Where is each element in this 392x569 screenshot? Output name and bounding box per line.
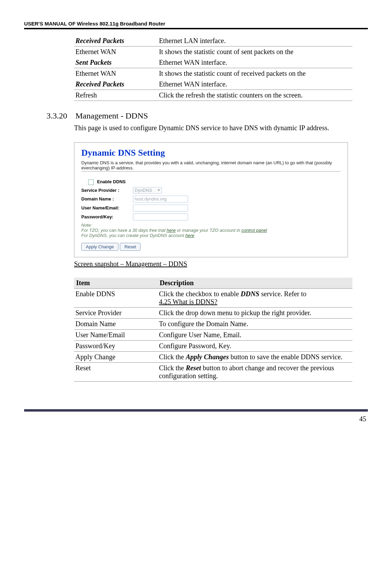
row-desc: Click the refresh the statistic counters… xyxy=(157,90,352,101)
service-provider-label: Service Provider : xyxy=(81,188,133,193)
row-desc: To configure the Domain Name. xyxy=(157,318,352,329)
row-item: Reset xyxy=(74,362,157,381)
row-desc: Click the Reset button to abort change a… xyxy=(157,362,352,381)
row-desc: Ethernet WAN interface. xyxy=(157,79,352,90)
apply-change-button[interactable]: Apply Change xyxy=(81,243,118,251)
panel-description: Dynamic DNS is a service, that provides … xyxy=(81,160,341,170)
note-heading: Note: xyxy=(81,223,341,228)
row-item: Service Provider xyxy=(74,307,157,318)
panel-rule xyxy=(81,171,341,172)
screenshot-caption: Screen snapshot – Management – DDNS xyxy=(74,260,368,268)
note-text: or manage your TZO account in xyxy=(176,228,241,233)
ddns-items-table: Item Description Enable DDNS Click the c… xyxy=(74,278,352,382)
text: button to save the enable DDNS service. xyxy=(229,353,342,361)
enable-ddns-text: Enable DDNS xyxy=(97,179,126,184)
domain-name-input[interactable]: host.dyndns.org xyxy=(133,196,188,203)
row-label: Received Packets xyxy=(75,80,124,88)
row-label: Sent Packets xyxy=(75,59,112,66)
row-item: Password/Key xyxy=(74,340,157,351)
header-rule xyxy=(24,28,368,29)
emph: DDNS xyxy=(241,290,259,298)
service-provider-select[interactable]: DynDNS xyxy=(133,187,162,194)
password-key-label: Password/Key: xyxy=(81,214,133,219)
enable-ddns-checkbox[interactable] xyxy=(88,179,94,185)
emph: Apply Changes xyxy=(186,353,229,361)
row-label: Ethernet WAN xyxy=(75,70,116,77)
username-email-input[interactable] xyxy=(133,205,188,211)
what-is-ddns-link[interactable]: 4.25 What is DDNS? xyxy=(159,298,217,306)
row-label: Ethernet WAN xyxy=(75,48,116,55)
text: Click the xyxy=(159,353,186,361)
col-header-description: Description xyxy=(157,278,352,289)
page-number: 45 xyxy=(24,415,368,423)
row-desc: Configure Password, Key. xyxy=(157,340,352,351)
row-item: Apply Change xyxy=(74,351,157,362)
enable-ddns-label: Enable DDNS xyxy=(88,179,133,185)
col-header-item: Item xyxy=(74,278,157,289)
text: Click the xyxy=(159,364,186,372)
row-item: Domain Name xyxy=(74,318,157,329)
username-email-label: User Name/Email: xyxy=(81,205,133,210)
row-label: Refresh xyxy=(75,91,97,99)
tzo-control-panel-link[interactable]: control panel xyxy=(241,228,267,233)
text: service. Refer to xyxy=(259,290,307,298)
row-desc: Ethernet WAN interface. xyxy=(157,57,352,68)
section-number: 3.3.20 xyxy=(47,111,74,121)
note-text: For TZO, you can have a 30 days free tri… xyxy=(81,228,167,233)
note-block: Note: For TZO, you can have a 30 days fr… xyxy=(81,223,341,238)
tzo-trial-link[interactable]: here xyxy=(167,228,176,233)
row-desc: Configure User Name, Email. xyxy=(157,329,352,340)
top-definitions-table: Received Packets Ethernet LAN interface.… xyxy=(74,35,352,101)
row-item: User Name/Email xyxy=(74,329,157,340)
section-body: This page is used to configure Dynamic D… xyxy=(74,122,347,134)
domain-name-label: Domain Name : xyxy=(81,196,133,201)
text: Click the checkbox to enable xyxy=(159,290,240,298)
row-desc: Click the Apply Changes button to save t… xyxy=(157,351,352,362)
note-text: For DynDNS, you can create your DynDNS a… xyxy=(81,233,185,238)
row-desc: Click the checkbox to enable DDNS servic… xyxy=(157,288,352,307)
note-line2: For DynDNS, you can create your DynDNS a… xyxy=(81,233,194,238)
reset-button[interactable]: Reset xyxy=(120,243,141,251)
row-item: Enable DDNS xyxy=(74,288,157,307)
footer-rule xyxy=(24,409,368,412)
section-title: Management - DDNS xyxy=(75,111,148,120)
row-desc: Click the drop down menu to pickup the r… xyxy=(157,307,352,318)
page-header: USER'S MANUAL OF Wireless 802.11g Broadb… xyxy=(24,21,368,27)
note-line1: For TZO, you can have a 30 days free tri… xyxy=(81,228,267,233)
dyndns-create-link[interactable]: here xyxy=(185,233,194,238)
row-desc: It shows the statistic count of sent pac… xyxy=(157,46,352,58)
password-key-input[interactable] xyxy=(133,214,188,220)
ddns-settings-panel: Dynamic DNS Setting Dynamic DNS is a ser… xyxy=(74,142,348,257)
emph: Reset xyxy=(186,364,201,372)
panel-title: Dynamic DNS Setting xyxy=(81,148,341,158)
row-label: Received Packets xyxy=(75,37,124,44)
row-desc: Ethernet LAN interface. xyxy=(157,35,352,46)
row-desc: It shows the statistic count of received… xyxy=(157,68,352,79)
